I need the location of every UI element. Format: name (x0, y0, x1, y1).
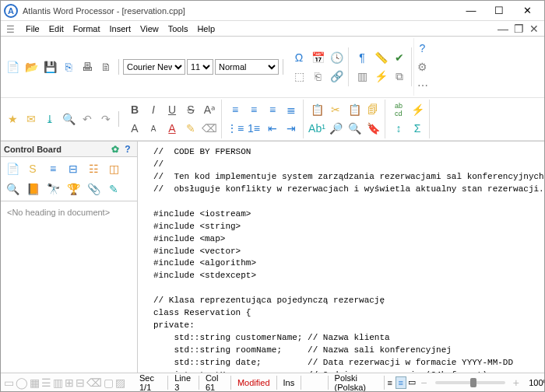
sort-button[interactable]: ↕ (390, 120, 407, 137)
strike-button[interactable]: S (182, 101, 199, 118)
clipboard-button[interactable]: 🗐 (364, 101, 382, 118)
cb-zoom-icon[interactable]: 🔍 (4, 180, 21, 198)
ruler-button[interactable]: 📏 (372, 49, 389, 66)
bold-button[interactable]: B (126, 101, 143, 118)
font-name-select[interactable]: Courier New (123, 59, 185, 75)
favorite-button[interactable]: ★ (4, 110, 21, 128)
bt-border-icon[interactable]: ▢ (104, 374, 114, 391)
cut-button[interactable]: ✂ (327, 101, 344, 118)
mdi-close-button[interactable]: ✕ (527, 23, 541, 35)
cb-paperclip-icon[interactable]: 📎 (85, 180, 102, 198)
spellcheck-button[interactable]: ✔ (391, 49, 408, 66)
backup-button[interactable]: 🗎 (97, 58, 114, 75)
italic-button[interactable]: I (145, 101, 162, 118)
spellcheck-abc-button[interactable]: abcd (390, 101, 407, 118)
maximize-button[interactable]: ☐ (485, 2, 513, 19)
minimize-button[interactable]: — (457, 2, 485, 19)
field-button[interactable]: ⬚ (290, 68, 308, 85)
align-center-button[interactable]: ≡ (245, 101, 262, 118)
more-button[interactable]: ⋯ (414, 77, 431, 94)
cb-outline-icon[interactable]: ⊟ (65, 160, 82, 177)
goto-button[interactable]: 🔍 (346, 120, 363, 137)
print-button[interactable]: 🖶 (79, 58, 96, 75)
cb-view-icon[interactable]: ◫ (105, 160, 122, 177)
cb-style-icon[interactable]: S (24, 160, 41, 177)
paste-button[interactable]: 📋 (346, 101, 363, 118)
indent-dec-button[interactable]: ⇤ (264, 120, 281, 137)
view-normal-button[interactable]: ≡ (396, 376, 406, 389)
copy-button[interactable]: 📋 (308, 101, 325, 118)
cb-help-icon[interactable]: ? (121, 143, 134, 156)
date-button[interactable]: 📅 (309, 49, 326, 66)
status-language[interactable]: Polski (Polska) (329, 376, 385, 390)
bt-circle-icon[interactable]: ◯ (16, 374, 28, 391)
font-color-button[interactable]: A (164, 120, 181, 137)
undo-button[interactable]: ↶ (79, 110, 96, 128)
align-right-button[interactable]: ≡ (264, 101, 281, 118)
mdi-restore-button[interactable]: ❐ (512, 23, 526, 35)
style-select[interactable]: Normal (215, 59, 279, 75)
find-button[interactable]: Ab¹ (308, 120, 325, 137)
options-button[interactable]: ⚙ (414, 58, 431, 75)
bt-grid-icon[interactable]: ▦ (30, 374, 40, 391)
bt-merge-icon[interactable]: ⊟ (76, 374, 85, 391)
bt-rect-icon[interactable]: ▭ (4, 374, 14, 391)
cb-edit-icon[interactable]: ✎ (105, 180, 122, 198)
print-preview-button[interactable]: 🔍 (60, 110, 77, 128)
bt-cols-icon[interactable]: ▥ (53, 374, 63, 391)
save-all-button[interactable]: ⎘ (60, 58, 77, 75)
zoom-slider[interactable] (435, 381, 505, 384)
mdi-minimize-button[interactable]: — (496, 23, 510, 35)
menu-view[interactable]: View (135, 23, 164, 35)
bookmark-button[interactable]: 🔖 (364, 120, 382, 137)
wordcount-button[interactable]: Σ (409, 120, 426, 137)
bt-del-icon[interactable]: ⌫ (86, 374, 102, 391)
menu-file[interactable]: File (21, 23, 44, 35)
mail-button[interactable]: ✉ (23, 110, 40, 128)
show-marks-button[interactable]: ¶ (353, 49, 371, 66)
bt-rows-icon[interactable]: ☰ (41, 374, 51, 391)
hyperlink-button[interactable]: 🔗 (328, 68, 345, 85)
help-button[interactable]: ? (414, 40, 431, 57)
thesaurus-button[interactable]: ⚡ (372, 68, 389, 85)
bt-shade-icon[interactable]: ▨ (115, 374, 125, 391)
menu-insert[interactable]: Insert (105, 23, 136, 35)
menu-format[interactable]: Format (69, 23, 105, 35)
count-button[interactable]: ⧉ (391, 68, 408, 85)
clear-format-button[interactable]: ⌫ (201, 120, 218, 137)
indent-inc-button[interactable]: ⇥ (283, 120, 300, 137)
zoom-out-button[interactable]: − (417, 374, 431, 391)
justify-button[interactable]: ≣ (283, 101, 300, 118)
cb-trophy-icon[interactable]: 🏆 (65, 180, 82, 198)
menu-edit[interactable]: Edit (44, 23, 69, 35)
zoom-value[interactable]: 100% (522, 376, 545, 390)
cb-binoculars-icon[interactable]: 🔭 (44, 180, 62, 198)
menu-help[interactable]: Help (192, 23, 220, 35)
view-layout-button[interactable]: ▭ (406, 376, 417, 389)
cb-list-icon[interactable]: ≡ (44, 160, 62, 177)
cb-index-icon[interactable]: ☷ (85, 160, 102, 177)
align-left-button[interactable]: ≡ (227, 101, 244, 118)
cb-settings-icon[interactable]: ✿ (109, 143, 121, 156)
view-draft-button[interactable]: ≡ (385, 376, 396, 389)
app-menu-icon[interactable]: ☰ (4, 23, 16, 36)
page-number-button[interactable]: ⎗ (309, 68, 326, 85)
numbering-button[interactable]: 1≡ (245, 120, 262, 137)
menu-tools[interactable]: Tools (164, 23, 193, 35)
shrink-font-button[interactable]: A (145, 120, 162, 137)
bullets-button[interactable]: ⋮≡ (227, 120, 244, 137)
save-button[interactable]: 💾 (41, 58, 58, 75)
grow-font-button[interactable]: A (126, 120, 143, 137)
columns-button[interactable]: ▥ (353, 68, 371, 85)
autocorrect-button[interactable]: ⚡ (409, 101, 426, 118)
cb-doc-icon[interactable]: 📄 (4, 160, 21, 177)
redo-button[interactable]: ↷ (97, 110, 114, 128)
underline-button[interactable]: U (164, 101, 181, 118)
export-button[interactable]: ⤓ (41, 110, 58, 128)
open-button[interactable]: 📂 (23, 58, 40, 75)
document-content[interactable]: // CODE BY FPERSON // // Ten kod impleme… (138, 142, 544, 373)
new-doc-button[interactable]: 📄 (4, 58, 21, 75)
cb-page-icon[interactable]: 📙 (24, 180, 41, 198)
symbol-button[interactable]: Ω (290, 49, 308, 66)
close-button[interactable]: ✕ (513, 2, 541, 19)
